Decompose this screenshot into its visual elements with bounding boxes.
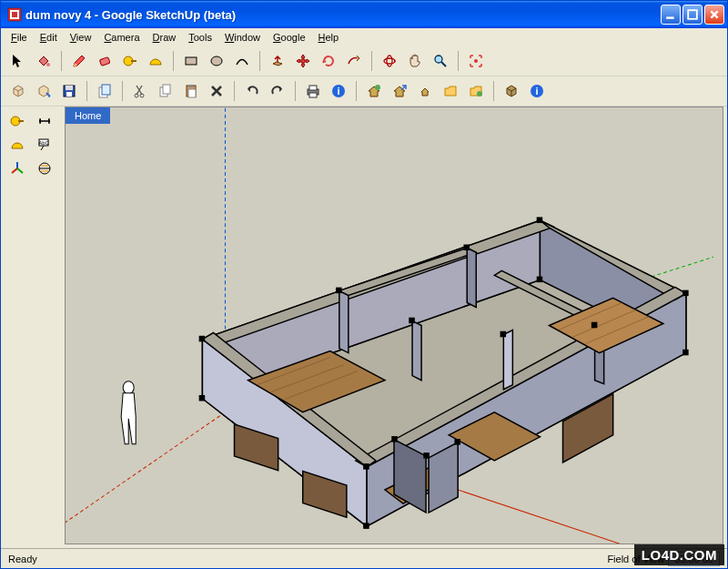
cut-icon[interactable] [128, 79, 152, 103]
undo-icon[interactable] [240, 79, 264, 103]
model-canvas [66, 107, 723, 544]
svg-rect-61 [364, 523, 369, 528]
svg-text:i: i [535, 86, 538, 97]
rotate-icon[interactable] [317, 49, 340, 73]
window-title: dum novy 4 - Google SketchUp (beta) [25, 8, 661, 22]
paint-bucket-icon[interactable] [32, 49, 56, 73]
svg-rect-16 [66, 86, 73, 90]
viewport-3d[interactable]: Home [65, 107, 723, 544]
svg-rect-17 [66, 92, 72, 97]
orbit-icon[interactable] [378, 49, 401, 73]
follow-me-icon[interactable] [342, 49, 366, 73]
svg-rect-68 [455, 440, 460, 444]
menubar: File Edit View Camera Draw Tools Window … [1, 28, 727, 46]
pan-icon[interactable] [403, 49, 427, 73]
menu-view[interactable]: View [64, 30, 98, 45]
svg-rect-60 [364, 464, 369, 469]
svg-rect-56 [537, 218, 541, 222]
svg-rect-63 [464, 245, 469, 249]
svg-point-12 [387, 56, 392, 66]
menu-tools[interactable]: Tools [182, 30, 218, 45]
svg-point-13 [435, 56, 442, 63]
circle-icon[interactable] [205, 49, 228, 73]
svg-rect-57 [537, 277, 541, 281]
svg-rect-65 [592, 322, 597, 327]
menu-camera[interactable]: Camera [97, 30, 146, 45]
svg-point-33 [477, 91, 482, 97]
move-icon[interactable] [291, 49, 315, 73]
dimension-icon[interactable] [32, 110, 57, 132]
tape-measure-icon[interactable] [118, 49, 142, 73]
print-icon[interactable] [301, 79, 325, 103]
svg-rect-55 [199, 396, 204, 401]
svg-rect-28 [309, 86, 317, 90]
share-model-icon[interactable] [388, 79, 411, 103]
svg-point-70 [123, 381, 134, 394]
svg-text:i: i [337, 86, 339, 97]
protractor-yellow-icon[interactable] [5, 134, 30, 156]
component-icon[interactable] [6, 79, 30, 103]
toolbar-row-1 [1, 46, 727, 76]
svg-rect-3 [666, 16, 673, 18]
section-plane-icon[interactable] [32, 157, 57, 179]
svg-text:AbC: AbC [38, 140, 49, 146]
svg-rect-64 [410, 318, 414, 322]
axes-icon[interactable] [5, 157, 30, 179]
app-icon [7, 7, 22, 22]
menu-google[interactable]: Google [267, 30, 311, 45]
paste-in-place-icon[interactable] [93, 79, 116, 103]
delete-icon[interactable] [205, 79, 228, 103]
svg-rect-8 [131, 60, 136, 62]
maximize-button[interactable] [682, 5, 703, 25]
cube-icon[interactable] [500, 79, 523, 103]
svg-point-10 [211, 56, 222, 66]
arc-icon[interactable] [230, 49, 254, 73]
rectangle-icon[interactable] [179, 49, 203, 73]
zoom-extents-icon[interactable] [464, 49, 488, 73]
menu-edit[interactable]: Edit [34, 30, 64, 45]
svg-rect-23 [163, 85, 170, 94]
svg-rect-19 [102, 85, 110, 95]
folder-alt-icon[interactable] [464, 79, 488, 103]
close-button[interactable] [704, 5, 724, 25]
menu-draw[interactable]: Draw [147, 30, 183, 45]
svg-rect-66 [392, 437, 397, 442]
copy-icon[interactable] [154, 79, 177, 103]
cube-info-icon[interactable]: i [525, 79, 549, 103]
select-arrow-icon[interactable] [6, 49, 30, 73]
save-icon[interactable] [57, 79, 81, 103]
window-controls [661, 5, 724, 25]
menu-window[interactable]: Window [218, 30, 267, 45]
place-model-icon[interactable] [32, 79, 56, 103]
folder-icon[interactable] [439, 79, 462, 103]
menu-help[interactable]: Help [312, 30, 346, 45]
workspace: AbC Home [1, 107, 727, 548]
redo-icon[interactable] [266, 79, 289, 103]
eraser-icon[interactable] [93, 49, 116, 73]
paste-icon[interactable] [179, 79, 203, 103]
svg-rect-58 [683, 290, 688, 295]
protractor-icon[interactable] [144, 49, 167, 73]
get-models-icon[interactable] [362, 79, 386, 103]
tape-yellow-icon[interactable] [5, 110, 30, 132]
svg-rect-9 [186, 57, 197, 65]
menu-file[interactable]: File [5, 30, 34, 45]
svg-point-11 [384, 58, 395, 64]
svg-rect-59 [683, 351, 688, 355]
titlebar[interactable]: dum novy 4 - Google SketchUp (beta) [1, 1, 727, 28]
minimize-button[interactable] [661, 5, 681, 25]
pencil-icon[interactable] [67, 49, 91, 73]
tooltip: Home [66, 107, 110, 124]
svg-point-14 [474, 59, 478, 63]
svg-rect-6 [99, 56, 110, 66]
zoom-icon[interactable] [429, 49, 452, 73]
push-pull-icon[interactable] [266, 49, 289, 73]
text-label-icon[interactable]: AbC [32, 134, 57, 156]
statusbar: Ready Field of View 35.00 de [1, 548, 727, 568]
model-info-icon[interactable]: i [327, 79, 350, 103]
svg-rect-25 [188, 85, 194, 87]
svg-rect-69 [500, 332, 505, 337]
svg-rect-54 [199, 337, 204, 341]
house-small-icon[interactable] [413, 79, 437, 103]
svg-rect-62 [337, 288, 341, 292]
